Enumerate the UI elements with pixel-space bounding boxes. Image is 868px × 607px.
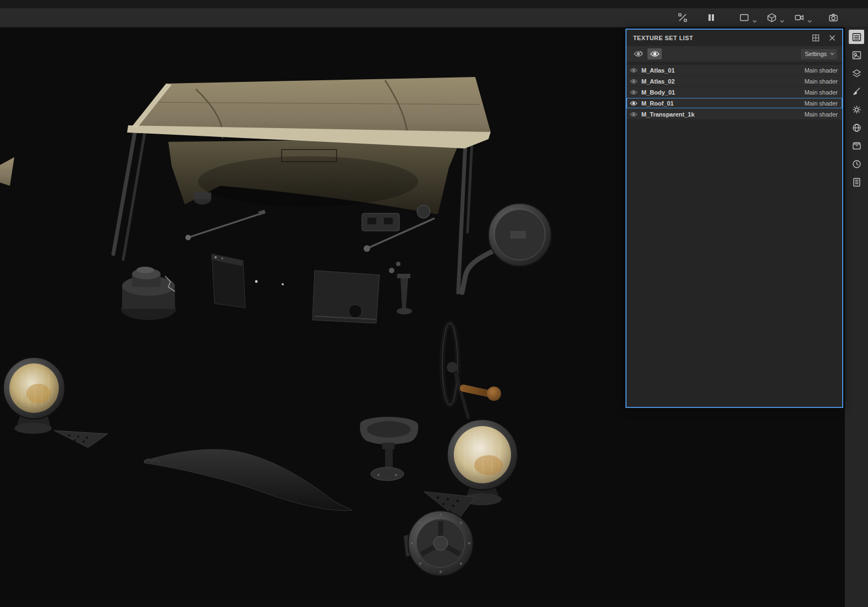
brush-panel-icon[interactable] xyxy=(849,84,864,98)
pause-engine-icon[interactable] xyxy=(704,11,718,24)
texture-set-name: M_Transparent_1k xyxy=(641,111,695,118)
panel-title: TEXTURE SET LIST xyxy=(633,35,805,41)
model-part-toolbox[interactable] xyxy=(211,254,245,308)
texture-set-shader: Main shader xyxy=(804,89,838,96)
texture-set-shader: Main shader xyxy=(804,111,838,118)
texture-set-name: M_Body_01 xyxy=(641,89,675,96)
symmetry-off-icon[interactable] xyxy=(675,11,690,24)
viewport-display-icon[interactable] xyxy=(737,11,751,24)
settings-dropdown-label: Settings xyxy=(805,51,827,57)
history-panel-icon[interactable] xyxy=(849,157,864,171)
visibility-eye-icon[interactable] xyxy=(630,111,638,117)
texture-set-list-panel: TEXTURE SET LIST xyxy=(625,29,843,408)
dock-grid-icon[interactable] xyxy=(810,32,821,43)
visibility-eye-icon[interactable] xyxy=(630,78,638,84)
texture-set-list-panel-icon[interactable] xyxy=(849,30,864,44)
texture-set-shader: Main shader xyxy=(804,67,838,74)
shader-settings-panel-icon[interactable] xyxy=(849,120,864,135)
visibility-eye-icon[interactable] xyxy=(630,100,638,106)
assets-panel-icon[interactable] xyxy=(849,139,864,153)
viewport-display-dropdown-icon[interactable] xyxy=(752,11,757,24)
visibility-eye-icon[interactable] xyxy=(630,67,638,73)
top-toolbar xyxy=(0,8,868,27)
chevron-down-icon xyxy=(830,52,834,56)
visibility-material-eye-icon[interactable] xyxy=(631,48,645,59)
texture-set-shader: Main shader xyxy=(804,100,838,107)
texture-set-name: M_Roof_01 xyxy=(641,100,674,107)
app-window: TEXTURE SET LIST xyxy=(0,0,868,607)
texture-set-name: M_Atlas_02 xyxy=(641,78,675,85)
texture-set-list-header: TEXTURE SET LIST xyxy=(627,30,842,46)
display-settings-panel-icon[interactable] xyxy=(849,48,864,62)
texture-set-row[interactable]: M_Body_01 Main shader xyxy=(627,87,842,97)
camera-view-icon[interactable] xyxy=(792,11,806,24)
texture-set-list-controls: Settings xyxy=(627,46,842,62)
visibility-eye-icon[interactable] xyxy=(630,89,638,95)
settings-dropdown[interactable]: Settings xyxy=(800,48,838,60)
visibility-all-eye-icon[interactable] xyxy=(647,48,662,59)
tool-settings-panel-icon[interactable] xyxy=(849,102,864,117)
texture-set-row-selected[interactable]: M_Roof_01 Main shader xyxy=(627,98,842,108)
camera-view-dropdown-icon[interactable] xyxy=(807,11,812,24)
texture-set-row[interactable]: M_Atlas_02 Main shader xyxy=(627,76,842,86)
texture-set-rows: M_Atlas_01 Main shader M_Atlas_02 Main s… xyxy=(627,65,842,119)
close-icon[interactable] xyxy=(827,32,838,43)
texture-set-row[interactable]: M_Atlas_01 Main shader xyxy=(627,65,842,75)
title-bar xyxy=(0,0,868,8)
material-view-dropdown-icon[interactable] xyxy=(779,11,784,24)
layers-panel-icon[interactable] xyxy=(849,66,864,80)
screenshot-icon[interactable] xyxy=(826,11,840,24)
texture-set-name: M_Atlas_01 xyxy=(641,67,675,74)
speck xyxy=(255,280,258,283)
model-part-floor-plate[interactable] xyxy=(312,271,380,323)
texture-set-shader: Main shader xyxy=(804,78,838,85)
speck xyxy=(282,283,284,285)
log-panel-icon[interactable] xyxy=(849,175,864,189)
panel-dock xyxy=(845,27,868,607)
material-view-icon[interactable] xyxy=(765,11,779,24)
texture-set-row[interactable]: M_Transparent_1k Main shader xyxy=(627,109,842,119)
